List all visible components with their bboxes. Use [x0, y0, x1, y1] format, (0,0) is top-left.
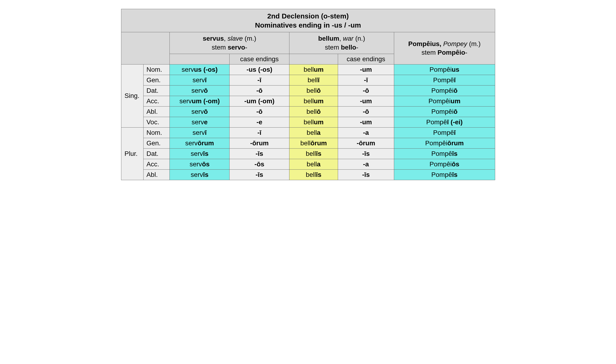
- pompeius-p-acc: Pompêiōs: [394, 159, 495, 169]
- bellum-p-dat: bellīs: [289, 148, 338, 159]
- bellum-ending-p-acc: -a: [338, 159, 394, 169]
- bellum-p-gen: bellōrum: [289, 138, 338, 148]
- servus-s-dat: servō: [170, 85, 229, 96]
- case-acc-p: Acc.: [144, 159, 170, 169]
- servus-p-gen: servōrum: [170, 138, 229, 148]
- number-singular: Sing.: [121, 64, 144, 127]
- row-sing-nom: Sing. Nom. servus (-os) -us (-os) bellum…: [121, 64, 495, 75]
- servus-ending-p-dat: -īs: [229, 148, 289, 159]
- row-sing-dat: Dat. servō -ō bellō -ō Pompêiō: [121, 85, 495, 96]
- servus-p-acc: servōs: [170, 159, 229, 169]
- pompeius-s-gen: Pompêī: [394, 75, 495, 85]
- bellum-p-nom: bella: [289, 127, 338, 138]
- pompeius-p-nom: Pompêī: [394, 127, 495, 138]
- case-voc: Voc.: [144, 117, 170, 127]
- bellum-s-nom: bellum: [289, 64, 338, 75]
- title-row: 2nd Declension (o-stem) Nominatives endi…: [121, 9, 495, 32]
- header-bellum: bellum, war (n.) stem bello-: [289, 32, 394, 54]
- pompeius-p-gen: Pompêiōrum: [394, 138, 495, 148]
- servus-s-nom: servus (-os): [170, 64, 229, 75]
- declension-table: 2nd Declension (o-stem) Nominatives endi…: [121, 9, 495, 180]
- servus-p-dat: servīs: [170, 148, 229, 159]
- servus-s-abl: servō: [170, 106, 229, 117]
- servus-p-abl: servīs: [170, 169, 229, 180]
- servus-ending-p-gen: -ōrum: [229, 138, 289, 148]
- servus-p-nom: servī: [170, 127, 229, 138]
- bellum-blank: [289, 54, 338, 64]
- row-plur-nom: Plur. Nom. servī -ī bella -a Pompêī: [121, 127, 495, 138]
- title-line2: Nominatives ending in -us / -um: [255, 21, 361, 29]
- bellum-s-gen: bellī: [289, 75, 338, 85]
- servus-ending-p-abl: -īs: [229, 169, 289, 180]
- pompeius-s-dat: Pompêiō: [394, 85, 495, 96]
- servus-endings-label: case endings: [229, 54, 289, 64]
- row-plur-acc: Acc. servōs -ōs bella -a Pompêiōs: [121, 159, 495, 169]
- bellum-ending-p-dat: -īs: [338, 148, 394, 159]
- bellum-ending-s-dat: -ō: [338, 85, 394, 96]
- bellum-ending-s-gen: -ī: [338, 75, 394, 85]
- servus-ending-s-voc: -e: [229, 117, 289, 127]
- bellum-ending-s-acc: -um: [338, 96, 394, 106]
- bellum-s-dat: bellō: [289, 85, 338, 96]
- row-sing-voc: Voc. serve -e bellum -um Pompêī (-ei): [121, 117, 495, 127]
- pompeius-s-acc: Pompêium: [394, 96, 495, 106]
- case-nom: Nom.: [144, 64, 170, 75]
- case-dat: Dat.: [144, 85, 170, 96]
- header-pompeius: Pompêius, Pompey (m.) stem Pompêio-: [394, 32, 495, 65]
- servus-ending-s-acc: -um (-om): [229, 96, 289, 106]
- bellum-s-voc: bellum: [289, 117, 338, 127]
- servus-s-gen: servī: [170, 75, 229, 85]
- row-plur-gen: Gen. servōrum -ōrum bellōrum -ōrum Pompê…: [121, 138, 495, 148]
- servus-ending-p-acc: -ōs: [229, 159, 289, 169]
- row-plur-dat: Dat. servīs -īs bellīs -īs Pompêīs: [121, 148, 495, 159]
- row-sing-abl: Abl. servō -ō bellō -ō Pompêiō: [121, 106, 495, 117]
- case-abl: Abl.: [144, 106, 170, 117]
- bellum-s-acc: bellum: [289, 96, 338, 106]
- pompeius-s-abl: Pompêiō: [394, 106, 495, 117]
- case-gen: Gen.: [144, 75, 170, 85]
- servus-s-voc: serve: [170, 117, 229, 127]
- servus-ending-s-dat: -ō: [229, 85, 289, 96]
- pompeius-s-voc: Pompêī (-ei): [394, 117, 495, 127]
- row-sing-gen: Gen. servī -ī bellī -ī Pompêī: [121, 75, 495, 85]
- case-gen-p: Gen.: [144, 138, 170, 148]
- row-plur-abl: Abl. servīs -īs bellīs -īs Pompêīs: [121, 169, 495, 180]
- bellum-ending-p-nom: -a: [338, 127, 394, 138]
- bellum-ending-p-gen: -ōrum: [338, 138, 394, 148]
- bellum-s-abl: bellō: [289, 106, 338, 117]
- servus-ending-s-gen: -ī: [229, 75, 289, 85]
- bellum-ending-s-abl: -ō: [338, 106, 394, 117]
- pompeius-p-dat: Pompêīs: [394, 148, 495, 159]
- pompeius-p-abl: Pompêīs: [394, 169, 495, 180]
- header-servus: servus, slave (m.) stem servo-: [170, 32, 289, 54]
- pompeius-s-nom: Pompêius: [394, 64, 495, 75]
- case-abl-p: Abl.: [144, 169, 170, 180]
- bellum-ending-p-abl: -īs: [338, 169, 394, 180]
- servus-s-acc: servum (-om): [170, 96, 229, 106]
- servus-ending-s-nom: -us (-os): [229, 64, 289, 75]
- servus-blank: [170, 54, 229, 64]
- case-acc: Acc.: [144, 96, 170, 106]
- title-line1: 2nd Declension (o-stem): [267, 12, 348, 20]
- header-row: servus, slave (m.) stem servo- bellum, w…: [121, 32, 495, 54]
- bellum-endings-label: case endings: [338, 54, 394, 64]
- bellum-p-abl: bellīs: [289, 169, 338, 180]
- servus-ending-p-nom: -ī: [229, 127, 289, 138]
- row-sing-acc: Acc. servum (-om) -um (-om) bellum -um P…: [121, 96, 495, 106]
- case-nom-p: Nom.: [144, 127, 170, 138]
- bellum-ending-s-voc: -um: [338, 117, 394, 127]
- servus-ending-s-abl: -ō: [229, 106, 289, 117]
- number-plural: Plur.: [121, 127, 144, 180]
- bellum-p-acc: bella: [289, 159, 338, 169]
- table-title: 2nd Declension (o-stem) Nominatives endi…: [121, 9, 495, 32]
- case-dat-p: Dat.: [144, 148, 170, 159]
- bellum-ending-s-nom: -um: [338, 64, 394, 75]
- corner-empty: [121, 32, 170, 65]
